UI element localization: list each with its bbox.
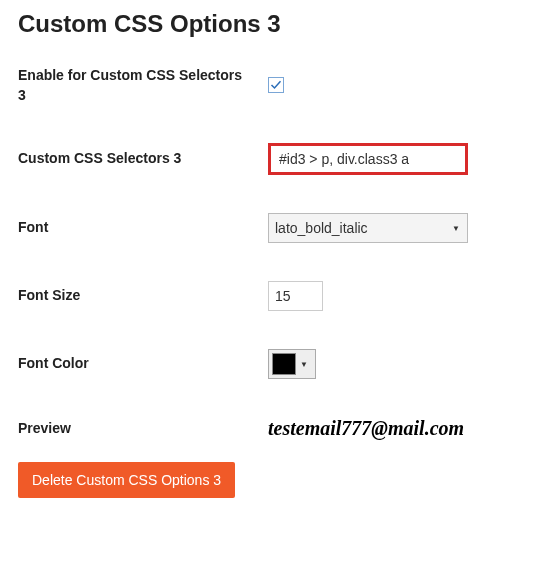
label-preview: Preview [18, 419, 268, 439]
label-font: Font [18, 218, 268, 238]
row-font-size: Font Size [18, 281, 527, 311]
row-enable: Enable for Custom CSS Selectors 3 [18, 66, 527, 105]
color-swatch [272, 353, 296, 375]
checkbox-enable[interactable] [268, 77, 284, 93]
input-selectors[interactable] [268, 143, 468, 175]
label-enable: Enable for Custom CSS Selectors 3 [18, 66, 268, 105]
select-font[interactable]: lato_bold_italic [268, 213, 468, 243]
label-font-color: Font Color [18, 354, 268, 374]
input-font-size[interactable] [268, 281, 323, 311]
row-selectors: Custom CSS Selectors 3 [18, 143, 527, 175]
delete-button[interactable]: Delete Custom CSS Options 3 [18, 462, 235, 498]
preview-text: testemail777@mail.com [268, 417, 464, 439]
check-icon [270, 79, 282, 91]
label-selectors: Custom CSS Selectors 3 [18, 149, 268, 169]
row-font-color: Font Color ▼ [18, 349, 527, 379]
page-title: Custom CSS Options 3 [18, 10, 527, 38]
chevron-down-icon: ▼ [296, 360, 312, 369]
row-font: Font lato_bold_italic [18, 213, 527, 243]
color-picker-font-color[interactable]: ▼ [268, 349, 316, 379]
label-font-size: Font Size [18, 286, 268, 306]
row-preview: Preview testemail777@mail.com [18, 417, 527, 440]
